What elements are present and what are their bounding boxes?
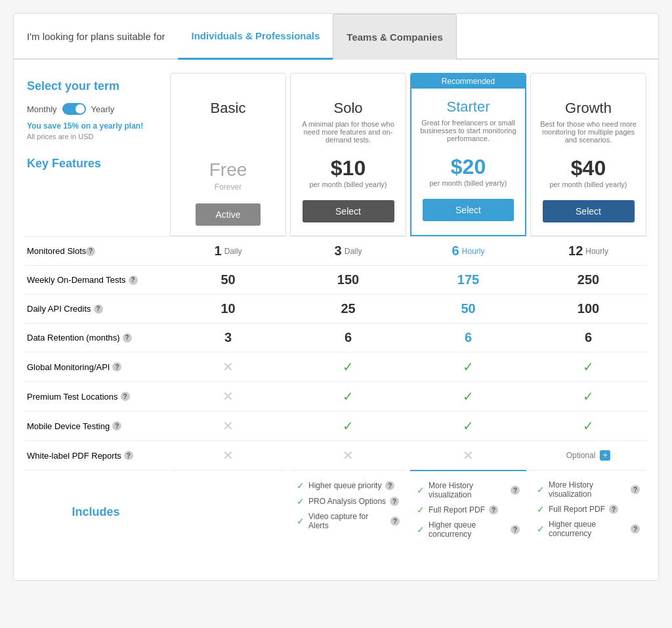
basic-global-monitoring: ✕	[168, 352, 288, 381]
active-button[interactable]: Active	[196, 203, 260, 226]
starter-whitelabel-pdf: ✕	[408, 440, 528, 470]
pricing-container: I'm looking for plans suitable for Indiv…	[13, 13, 659, 581]
solo-daily-api: 25	[288, 294, 408, 323]
help-icon-queue-concurrency-g[interactable]: ?	[631, 524, 640, 534]
starter-monitored-slots: 6Hourly	[408, 236, 528, 265]
growth-includes: ✓ More History visualization ? ✓ Full Re…	[530, 470, 646, 554]
tab-individuals[interactable]: Individuals & Professionals	[178, 14, 333, 60]
looking-for-label: I'm looking for plans suitable for	[27, 14, 165, 58]
basic-includes	[170, 470, 286, 554]
growth-include-1: ✓ More History visualization ?	[537, 480, 640, 499]
growth-daily-api: 100	[528, 294, 648, 323]
starter-mobile-testing: ✓	[408, 411, 528, 440]
plus-icon[interactable]: +	[600, 450, 610, 461]
select-button-solo[interactable]: Select	[303, 200, 394, 222]
starter-weekly-tests: 175	[408, 265, 528, 294]
growth-monitored-slots: 12Hourly	[528, 236, 648, 265]
plan-name-growth: Growth	[531, 90, 646, 120]
starter-daily-api: 50	[408, 294, 528, 323]
solo-include-1: ✓ Higher queue priority ?	[297, 480, 400, 491]
help-icon-whitelabel-pdf[interactable]: ?	[124, 451, 133, 460]
feature-label-weekly-tests: Weekly On-Demand Tests ?	[24, 265, 168, 294]
basic-mobile-testing: ✕	[168, 411, 288, 440]
main-content: Select your term Monthly Yearly You save…	[14, 60, 658, 567]
select-button-starter[interactable]: Select	[423, 199, 513, 221]
basic-data-retention: 3	[168, 323, 288, 352]
solo-include-2: ✓ PRO Analysis Options ?	[297, 496, 400, 507]
solo-mobile-testing: ✓	[288, 411, 408, 440]
growth-weekly-tests: 250	[528, 265, 648, 294]
growth-whitelabel-pdf: Optional +	[528, 440, 648, 470]
key-features-title: Key Features	[27, 157, 165, 171]
includes-label: Includes	[24, 470, 168, 554]
global-monitoring-text: Global Monitoring/API	[27, 362, 110, 372]
plan-name-starter: Starter	[411, 89, 525, 119]
growth-data-retention: 6	[528, 323, 648, 352]
whitelabel-pdf-text: White-label PDF Reports	[27, 451, 121, 461]
mobile-testing-text: Mobile Device Testing	[27, 421, 110, 431]
feature-label-daily-api: Daily API Credits ?	[24, 294, 168, 323]
optional-text: Optional	[566, 451, 596, 460]
solo-data-retention: 6	[288, 323, 408, 352]
help-icon-higher-queue[interactable]: ?	[385, 481, 394, 490]
plan-price-growth: $40	[531, 153, 646, 180]
growth-include-3: ✓ Higher queue concurrency ?	[537, 520, 640, 538]
growth-global-monitoring: ✓	[528, 352, 648, 381]
starter-premium-locations: ✓	[408, 381, 528, 411]
select-term-title: Select your term	[27, 79, 165, 93]
plan-price-sub-solo: per month (billed yearly)	[291, 180, 406, 195]
solo-weekly-tests: 150	[288, 265, 408, 294]
data-retention-text: Data Retention (months)	[27, 333, 120, 343]
help-icon-data-retention[interactable]: ?	[123, 333, 132, 343]
feature-label-data-retention: Data Retention (months) ?	[24, 323, 168, 352]
tab-teams[interactable]: Teams & Companies	[333, 14, 456, 60]
select-button-growth[interactable]: Select	[543, 200, 635, 222]
help-icon-monitored-slots[interactable]: ?	[86, 247, 95, 256]
starter-include-2: ✓ Full Report PDF ?	[417, 505, 520, 515]
help-icon-premium-locations[interactable]: ?	[121, 392, 130, 401]
plan-name-solo: Solo	[291, 90, 406, 120]
growth-premium-locations: ✓	[528, 381, 648, 411]
toggle-switch[interactable]	[62, 103, 86, 115]
plan-price-solo: $10	[291, 153, 406, 180]
feature-label-premium-locations: Premium Test Locations ?	[24, 381, 168, 411]
plan-desc-starter: Great for freelancers or small businesse…	[411, 119, 525, 152]
plan-name-basic: Basic	[171, 90, 285, 120]
help-icon-full-report[interactable]: ?	[489, 505, 498, 514]
basic-whitelabel-pdf: ✕	[168, 440, 288, 470]
monitored-slots-text: Monitored Slots	[27, 246, 86, 256]
plan-col-starter: Recommended Starter Great for freelancer…	[410, 73, 526, 236]
recommended-badge: Recommended	[411, 74, 525, 89]
plan-desc-solo: A minimal plan for those who need more f…	[291, 120, 406, 153]
growth-include-2: ✓ Full Report PDF ?	[537, 504, 640, 514]
savings-text: You save 15% on a yearly plan!	[27, 121, 165, 131]
solo-monitored-slots: 3Daily	[288, 236, 408, 265]
help-icon-full-report-g[interactable]: ?	[609, 505, 618, 514]
starter-includes: ✓ More History visualization ? ✓ Full Re…	[410, 470, 526, 554]
basic-premium-locations: ✕	[168, 381, 288, 411]
feature-label-mobile-testing: Mobile Device Testing ?	[24, 411, 168, 440]
weekly-tests-text: Weekly On-Demand Tests	[27, 275, 126, 285]
help-icon-history-viz-g[interactable]: ?	[631, 485, 640, 494]
monthly-label: Monthly	[27, 104, 57, 114]
term-toggle: Monthly Yearly	[27, 103, 165, 115]
help-icon-pro-analysis[interactable]: ?	[390, 497, 399, 506]
basic-daily-api: 10	[168, 294, 288, 323]
help-icon-mobile-testing[interactable]: ?	[112, 421, 121, 430]
help-icon-queue-concurrency[interactable]: ?	[511, 525, 520, 534]
plan-forever: Forever	[171, 182, 285, 198]
growth-mobile-testing: ✓	[528, 411, 648, 440]
solo-premium-locations: ✓	[288, 381, 408, 411]
plan-col-growth: Growth Best for those who need more moni…	[530, 73, 646, 236]
plan-price-sub-growth: per month (billed yearly)	[531, 180, 646, 195]
help-icon-daily-api[interactable]: ?	[94, 304, 103, 314]
solo-whitelabel-pdf: ✕	[288, 440, 408, 470]
plan-desc-basic	[171, 120, 285, 153]
help-icon-video-capture[interactable]: ?	[390, 516, 400, 526]
help-icon-history-viz[interactable]: ?	[511, 486, 520, 495]
help-icon-global-monitoring[interactable]: ?	[112, 362, 121, 371]
yearly-label: Yearly	[91, 104, 115, 114]
help-icon-weekly-tests[interactable]: ?	[129, 276, 138, 285]
plan-price-basic: Free	[171, 153, 285, 182]
basic-weekly-tests: 50	[168, 265, 288, 294]
